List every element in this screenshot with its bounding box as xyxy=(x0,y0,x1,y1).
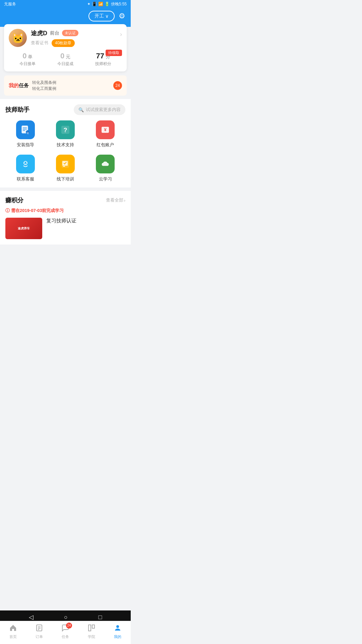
see-all-button[interactable]: 查看全部 › xyxy=(106,197,125,203)
orders-label: 今日接单 xyxy=(9,61,47,67)
task-count: 24 xyxy=(113,81,122,90)
task-line2: 转化工而案例 xyxy=(32,86,110,92)
chevron-right-icon[interactable]: › xyxy=(120,31,122,38)
time-label: 傍晚5:55 xyxy=(111,1,127,7)
svg-text:Q: Q xyxy=(27,131,29,134)
cert-row: 查看证书 40枚勋章 xyxy=(31,39,122,47)
offline-training-item[interactable]: 线下培训 xyxy=(45,155,85,182)
points-label: 技师积分 xyxy=(84,61,122,67)
task-line1: 转化及围条例 xyxy=(32,79,110,86)
customer-service-item[interactable]: 联系客服 xyxy=(5,155,45,182)
stats-row: 0 单 今日接单 0 元 今日提成 待领取 77 分 技师积分 xyxy=(9,52,122,67)
cloud-learning-icon xyxy=(96,155,115,173)
install-guide-icon: Q xyxy=(16,120,35,139)
section-header: 技师助手 🔍 试试搜索更多内容 xyxy=(5,104,125,115)
profile-name: 途虎D xyxy=(31,29,47,37)
course-thumbnail: 途虎养车 xyxy=(5,218,42,239)
status-bar: 无服务 ✦ 📳 📶 🔋 傍晚5:55 xyxy=(0,0,131,8)
customer-service-icon xyxy=(16,155,35,173)
svg-text:¥: ¥ xyxy=(104,127,107,132)
wifi-icon: 📶 xyxy=(98,2,103,6)
search-box[interactable]: 🔍 试试搜索更多内容 xyxy=(74,104,125,115)
profile-card: 🐱 途虎D 前台 未认证 查看证书 40枚勋章 › 0 单 今日接单 0 xyxy=(4,24,127,71)
profile-top: 🐱 途虎D 前台 未认证 查看证书 40枚勋章 › xyxy=(9,29,122,47)
sim-icon: 🔋 xyxy=(105,2,110,6)
course-title: 复习技师认证 xyxy=(46,218,76,224)
svg-point-15 xyxy=(26,162,27,163)
settings-button[interactable]: ⚙ xyxy=(119,12,125,20)
cloud-learning-label: 云学习 xyxy=(99,176,112,182)
install-guide-item[interactable]: Q 安装指导 xyxy=(5,120,45,148)
earn-points-section: 赚积分 查看全部 › ⓘ 需在2019-07-03前完成学习 途虎养车 复习技师… xyxy=(0,191,131,245)
icon-grid: Q 安装指导 ? 技术支持 ¥ 红包账户 xyxy=(5,120,125,182)
svg-text:?: ? xyxy=(63,127,67,133)
chevron-down-icon: ∨ xyxy=(105,13,109,19)
tech-support-icon: ? xyxy=(56,120,75,139)
chevron-right-icon: › xyxy=(124,198,125,203)
task-banner[interactable]: 我的任务 转化及围条例 转化工而案例 24 xyxy=(4,75,127,96)
signal-label: 无服务 xyxy=(4,1,16,7)
search-icon: 🔍 xyxy=(78,107,84,112)
deadline-warning: ⓘ 需在2019-07-03前完成学习 xyxy=(5,208,125,214)
commission-label: 今日提成 xyxy=(47,61,84,67)
svg-point-14 xyxy=(24,162,25,163)
cloud-learning-item[interactable]: 云学习 xyxy=(85,155,125,182)
pending-badge[interactable]: 待领取 xyxy=(106,50,122,56)
work-button[interactable]: 开工 ∨ xyxy=(88,11,115,21)
profile-name-row: 途虎D 前台 未认证 xyxy=(31,29,122,37)
unverified-badge: 未认证 xyxy=(62,30,78,36)
earn-header: 赚积分 查看全部 › xyxy=(5,196,125,204)
task-content: 转化及围条例 转化工而案例 xyxy=(32,79,110,92)
task-title: 我的任务 xyxy=(9,83,29,88)
stat-orders: 0 单 今日接单 xyxy=(9,52,47,67)
search-placeholder: 试试搜索更多内容 xyxy=(86,107,121,113)
commission-value: 0 xyxy=(60,52,64,60)
vibrate-icon: 📳 xyxy=(92,2,97,6)
avatar: 🐱 xyxy=(9,29,27,47)
redpacket-item[interactable]: ¥ 红包账户 xyxy=(85,120,125,148)
redpacket-icon: ¥ xyxy=(96,120,115,139)
install-guide-label: 安装指导 xyxy=(17,142,34,148)
orders-unit: 单 xyxy=(28,54,33,59)
tech-assistant-title: 技师助手 xyxy=(5,106,29,114)
orders-value: 0 xyxy=(22,52,26,60)
offline-training-label: 线下培训 xyxy=(57,176,74,182)
tech-support-item[interactable]: ? 技术支持 xyxy=(45,120,85,148)
commission-unit: 元 xyxy=(66,54,70,59)
bluetooth-icon: ✦ xyxy=(87,2,90,6)
status-icons: ✦ 📳 📶 🔋 傍晚5:55 xyxy=(87,1,127,7)
warning-icon: ⓘ xyxy=(5,208,10,214)
thumb-text: 途虎养车 xyxy=(18,226,30,231)
offline-training-icon xyxy=(56,155,75,173)
stat-commission: 0 元 今日提成 xyxy=(47,52,84,67)
points-value: 77 xyxy=(96,52,104,60)
tech-assistant-section: 技师助手 🔍 试试搜索更多内容 Q 安装指导 xyxy=(0,99,131,187)
task-title-box: 我的任务 xyxy=(9,83,29,89)
course-card[interactable]: 途虎养车 复习技师认证 xyxy=(5,218,125,239)
stat-points: 待领取 77 分 技师积分 xyxy=(84,52,122,67)
medal-badge: 40枚勋章 xyxy=(52,39,75,47)
profile-role: 前台 xyxy=(50,30,59,36)
customer-service-label: 联系客服 xyxy=(17,176,34,182)
redpacket-label: 红包账户 xyxy=(97,142,114,148)
tech-support-label: 技术支持 xyxy=(57,142,74,148)
profile-info: 途虎D 前台 未认证 查看证书 40枚勋章 xyxy=(31,29,122,47)
cert-link[interactable]: 查看证书 xyxy=(31,40,48,46)
earn-title: 赚积分 xyxy=(5,196,23,204)
